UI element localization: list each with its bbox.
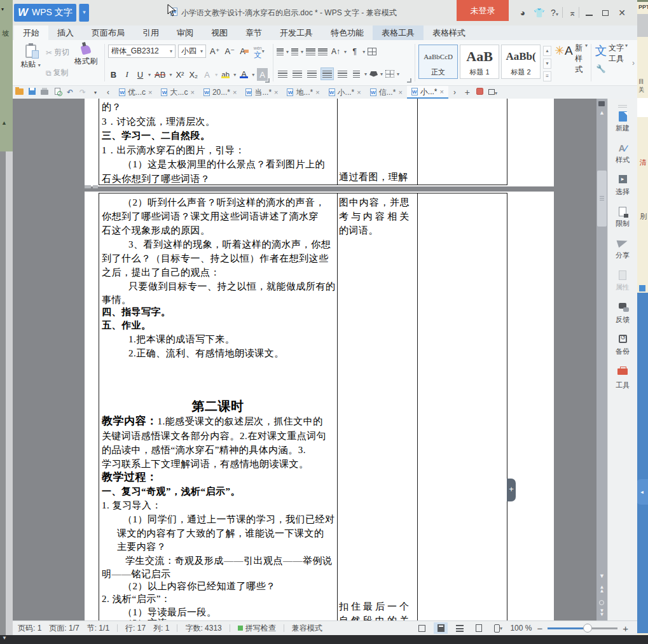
close-tab-icon[interactable]: × bbox=[398, 88, 402, 96]
numbered-list-icon[interactable] bbox=[291, 48, 298, 55]
ribbon-tab-8[interactable]: 开发工具 bbox=[271, 25, 322, 40]
new-style-button[interactable]: ✳A 新样式▾ bbox=[553, 42, 589, 83]
gallery-more-icon[interactable]: ≡ bbox=[543, 71, 551, 81]
comment-pane-handle[interactable]: + bbox=[507, 479, 516, 501]
doc-tab-8[interactable]: W小...*× bbox=[407, 86, 448, 99]
doc-tab-4[interactable]: W当...*× bbox=[241, 86, 282, 99]
statusbar-field[interactable]: 节: 1/1 bbox=[87, 623, 109, 634]
close-tab-icon[interactable]: × bbox=[148, 88, 152, 96]
line-spacing-icon[interactable] bbox=[353, 71, 360, 78]
scroll-down-arrow[interactable]: ▼ bbox=[596, 573, 607, 579]
statusbar-field[interactable]: 兼容模式 bbox=[292, 623, 322, 634]
ribbon-tab-9[interactable]: 特色功能 bbox=[322, 25, 373, 40]
previous-page-button[interactable]: ▲▲ bbox=[596, 585, 607, 593]
ribbon-tab-3[interactable]: 页面布局 bbox=[83, 25, 134, 40]
tab-list-icon[interactable]: ▾ bbox=[486, 88, 499, 97]
zoom-in-button[interactable]: + bbox=[623, 623, 628, 634]
statusbar-field[interactable]: 页面: 1/7 bbox=[49, 623, 79, 634]
skin-icon[interactable]: 👕 bbox=[533, 6, 546, 19]
mobile-view-button[interactable]: ▾ bbox=[491, 622, 505, 634]
scroll-up-arrow[interactable]: ▲ bbox=[596, 109, 607, 116]
doc-tab-6[interactable]: W小...*× bbox=[324, 86, 366, 99]
next-page-button[interactable]: ▼▼ bbox=[596, 609, 607, 617]
column-handle[interactable] bbox=[93, 185, 98, 188]
insert-table-icon[interactable] bbox=[368, 48, 376, 55]
ribbon-tab-11[interactable]: 表格样式 bbox=[424, 25, 474, 40]
doc-tab-5[interactable]: W地...*× bbox=[282, 86, 324, 99]
text-size-tool-icon[interactable]: A↑ bbox=[330, 45, 341, 58]
scrollbar-thumb[interactable] bbox=[597, 171, 607, 227]
page-view-button[interactable] bbox=[434, 622, 448, 634]
highlight-color-button[interactable]: ab bbox=[220, 68, 231, 81]
ribbon-tab-1[interactable]: 开始 bbox=[14, 25, 48, 40]
paragraph-dialog-launcher[interactable] bbox=[407, 78, 411, 83]
ribbon-tab-2[interactable]: 插入 bbox=[48, 25, 83, 40]
outline-view-button[interactable] bbox=[453, 622, 467, 634]
zoom-out-button[interactable]: − bbox=[537, 623, 542, 634]
underline-button[interactable]: U bbox=[135, 68, 146, 81]
close-tab-icon[interactable]: × bbox=[233, 88, 237, 96]
align-center-icon[interactable] bbox=[293, 71, 302, 78]
undo-icon[interactable]: ↶ bbox=[64, 88, 76, 97]
text-direction-icon[interactable]: ¶ bbox=[349, 45, 360, 58]
bullet-list-icon[interactable] bbox=[277, 48, 284, 55]
char-border-button[interactable]: A bbox=[202, 68, 212, 81]
increase-indent-icon[interactable] bbox=[318, 48, 327, 55]
new-tab-icon[interactable]: + bbox=[461, 87, 474, 97]
increase-font-button[interactable]: A⁺ bbox=[209, 45, 221, 58]
font-name-select[interactable]: 楷体_GB2312▾ bbox=[108, 45, 176, 58]
ribbon-tab-7[interactable]: 章节 bbox=[237, 25, 271, 40]
ribbon-tab-5[interactable]: 审阅 bbox=[168, 25, 202, 40]
save-icon[interactable] bbox=[25, 88, 38, 97]
login-button[interactable]: 未登录 bbox=[457, 0, 509, 21]
sidebar-item-style[interactable]: A∕样式 bbox=[608, 143, 637, 174]
redo-icon[interactable]: ↷ bbox=[76, 88, 89, 97]
close-button[interactable]: ✕ bbox=[616, 6, 628, 19]
doc-tab-7[interactable]: W信...*× bbox=[366, 86, 407, 99]
wps-menu-dropdown[interactable]: ▼ bbox=[79, 4, 89, 22]
history-icon[interactable] bbox=[474, 88, 486, 97]
close-tab-icon[interactable]: × bbox=[315, 88, 319, 96]
zoom-slider-thumb[interactable] bbox=[583, 624, 592, 633]
doc-tab-2[interactable]: W大...c× bbox=[156, 86, 198, 99]
select-browse-object-button[interactable] bbox=[599, 600, 604, 605]
close-tab-icon[interactable]: × bbox=[274, 88, 278, 96]
sidebar-item-feedback[interactable]: 反馈 bbox=[608, 303, 637, 333]
statusbar-field[interactable]: 行: 17 bbox=[125, 623, 146, 634]
help-icon[interactable]: ?▾ bbox=[548, 6, 561, 19]
sidebar-item-restrict[interactable]: 限制 bbox=[608, 207, 637, 237]
close-tab-icon[interactable]: × bbox=[190, 88, 194, 96]
paste-button[interactable]: 粘贴 ▾ bbox=[17, 43, 45, 83]
font-color-button[interactable]: A bbox=[238, 68, 249, 81]
cut-button[interactable]: ✂剪切 bbox=[45, 46, 71, 59]
bold-button[interactable]: B bbox=[108, 68, 119, 81]
shading-bucket-icon[interactable] bbox=[369, 71, 378, 77]
decrease-indent-icon[interactable] bbox=[306, 48, 315, 55]
sidebar-item-share[interactable]: 分享 bbox=[608, 239, 637, 269]
sidebar-item-backup[interactable]: 备份 bbox=[608, 335, 637, 365]
open-file-icon[interactable] bbox=[13, 88, 25, 97]
ribbon-tab-4[interactable]: 引用 bbox=[134, 25, 168, 40]
statusbar-field[interactable]: 字数: 4313 bbox=[185, 623, 221, 634]
font-dialog-launcher[interactable] bbox=[265, 78, 270, 83]
decrease-font-button[interactable]: A⁻ bbox=[224, 45, 237, 58]
statusbar-field[interactable]: 页码: 1 bbox=[18, 623, 41, 634]
borders-icon[interactable] bbox=[385, 70, 394, 78]
copy-button[interactable]: ⧉复制 bbox=[45, 67, 71, 79]
document-canvas[interactable]: 的？3．讨论交流，理清层次。三、学习一、二自然段。1．出示滴水穿石的图片，引导：… bbox=[13, 99, 596, 620]
fullscreen-view-button[interactable] bbox=[415, 622, 429, 634]
collapse-ribbon-icon[interactable]: ⌅ bbox=[566, 6, 579, 19]
gallery-down-icon[interactable]: ▾ bbox=[543, 59, 551, 69]
superscript-button[interactable]: X² bbox=[174, 68, 185, 81]
tab-scroll-left-icon[interactable]: ‹ bbox=[102, 88, 114, 97]
clear-format-button[interactable]: A bbox=[238, 45, 250, 58]
text-tool-button[interactable]: 文🔧 文字工具▾ bbox=[593, 42, 629, 83]
doc-tab-3[interactable]: W20...*× bbox=[199, 86, 241, 99]
justify-icon[interactable] bbox=[322, 71, 332, 78]
maximize-button[interactable] bbox=[599, 6, 612, 19]
close-tab-icon[interactable]: × bbox=[357, 88, 361, 96]
sidebar-item-tools[interactable]: 工具 bbox=[608, 368, 637, 399]
statusbar-field[interactable]: 列: 1 bbox=[153, 623, 169, 634]
vertical-scrollbar[interactable]: ▲ ▼ ▲▲ ▼▼ bbox=[596, 99, 607, 620]
zoom-slider[interactable] bbox=[548, 627, 617, 629]
